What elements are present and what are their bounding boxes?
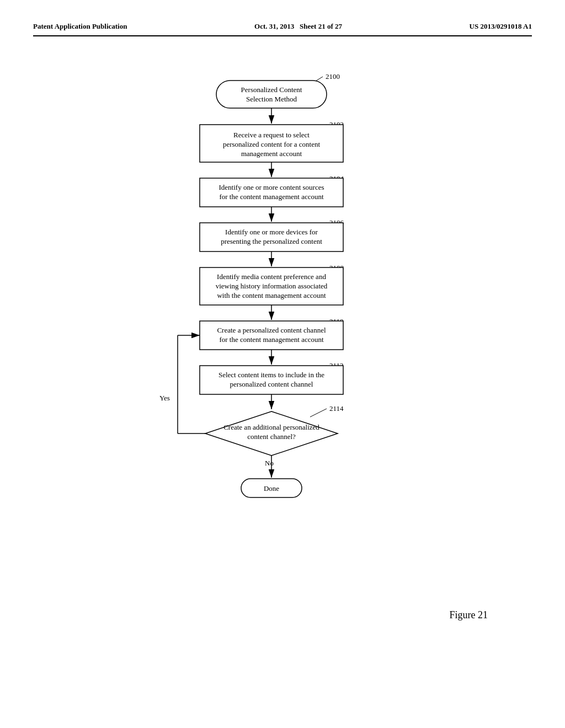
svg-text:2100: 2100: [326, 72, 340, 81]
diagram: 2100 Personalized Content Selection Meth…: [33, 47, 532, 654]
svg-text:personalized content channel: personalized content channel: [230, 380, 313, 388]
svg-text:personalized content for a con: personalized content for a content: [223, 140, 321, 148]
svg-text:Selection Method: Selection Method: [246, 95, 297, 103]
svg-rect-3: [216, 81, 327, 108]
svg-text:for the content management acc: for the content management account: [219, 335, 324, 344]
svg-text:content channel?: content channel?: [247, 432, 296, 441]
svg-text:Receive a request to select: Receive a request to select: [233, 131, 310, 139]
svg-text:No: No: [265, 459, 274, 467]
svg-text:2114: 2114: [329, 404, 344, 413]
svg-text:Personalized Content: Personalized Content: [241, 85, 302, 94]
svg-text:viewing history information as: viewing history information associated: [216, 282, 328, 290]
svg-text:management account: management account: [241, 149, 302, 158]
svg-text:Identify one or more content s: Identify one or more content sources: [219, 183, 324, 191]
svg-text:Identify media content prefere: Identify media content preference and: [217, 272, 326, 281]
svg-text:presenting the personalized co: presenting the personalized content: [221, 237, 322, 245]
svg-text:for the content management acc: for the content management account: [219, 192, 324, 201]
page: Patent Application Publication Oct. 31, …: [0, 0, 565, 728]
svg-text:Identify one or more devices f: Identify one or more devices for: [225, 228, 318, 236]
flowchart: 2100 Personalized Content Selection Meth…: [145, 58, 420, 601]
figure-label: Figure 21: [450, 609, 488, 621]
svg-text:Select content items to includ: Select content items to include in the: [218, 371, 324, 379]
svg-text:with the content management ac: with the content management account: [217, 291, 326, 299]
svg-line-45: [310, 409, 327, 417]
page-header: Patent Application Publication Oct. 31, …: [33, 22, 532, 36]
svg-text:Yes: Yes: [159, 394, 170, 402]
svg-text:Done: Done: [264, 484, 279, 493]
header-right: US 2013/0291018 A1: [470, 22, 532, 31]
svg-text:Create a personalized content : Create a personalized content channel: [217, 326, 326, 334]
header-date: Oct. 31, 2013 Sheet 21 of 27: [254, 22, 342, 31]
svg-text:Create an additional personali: Create an additional personalized: [223, 423, 319, 431]
header-left: Patent Application Publication: [33, 22, 127, 31]
